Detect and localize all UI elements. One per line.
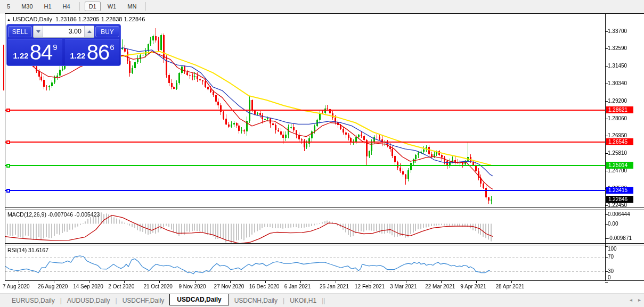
- price-tick-label: 1.29200: [608, 98, 627, 104]
- buy-price-pip: 6: [110, 43, 114, 52]
- chart-tab-usdcnh[interactable]: USDCNH,Daily: [229, 295, 283, 306]
- date-tick-label: 16 Dec 2020: [249, 284, 280, 289]
- price-line-label: 1.23415: [606, 187, 633, 194]
- timeframe-button-d1[interactable]: D1: [85, 2, 101, 11]
- tab-scroll-left-icon[interactable]: ◂: [630, 297, 632, 303]
- date-tick-label: 21 Oct 2020: [143, 284, 172, 289]
- date-tick-label: 7 Aug 2020: [3, 284, 30, 289]
- chart-tab-audusd[interactable]: AUDUSD,Daily: [62, 295, 116, 306]
- rsi-scale-label: 30: [608, 268, 614, 274]
- chart-bottom-border: [5, 280, 644, 281]
- price-tick-label: 1.33700: [608, 28, 627, 34]
- date-tick-label: 12 Feb 2021: [355, 284, 385, 289]
- rsi-splitter[interactable]: [5, 243, 644, 244]
- macd-scale-label: -0.009871: [608, 235, 632, 241]
- price-line-label: 1.28621: [606, 106, 633, 113]
- macd-top-border: [5, 210, 644, 210]
- timeframe-button-w1[interactable]: W1: [103, 2, 121, 11]
- macd-label: MACD(12,26,9) -0.007046 -0.005423: [7, 211, 100, 218]
- date-tick-label: 28 Apr 2021: [495, 284, 524, 289]
- chevron-down-icon: [36, 30, 40, 33]
- sell-button[interactable]: SELL: [8, 26, 32, 37]
- price-tick-label: 1.32590: [608, 45, 627, 51]
- trade-controls-row: SELL 3.00 BUY: [7, 24, 120, 38]
- volume-value[interactable]: 3.00: [43, 26, 84, 37]
- date-tick-label: 6 Jan 2021: [284, 284, 311, 289]
- date-tick-label: 9 Apr 2021: [460, 284, 486, 289]
- timeframe-button-h4[interactable]: H4: [59, 2, 75, 11]
- sell-price-button[interactable]: 1.22849: [8, 39, 62, 65]
- rsi-scale-label: 100: [608, 246, 617, 252]
- chart-symbol: USDCAD,Daily: [13, 16, 52, 22]
- price-tick-label: 1.31450: [608, 63, 627, 69]
- sell-price-big: 84: [30, 40, 53, 64]
- trade-prices-row: 1.22849 1.22866: [7, 38, 120, 67]
- price-tick-label: 1.26950: [608, 132, 627, 138]
- buy-price-base: 1.22: [70, 51, 85, 60]
- price-tick-label: 1.30340: [608, 80, 627, 86]
- price-line-label: 1.25014: [606, 162, 633, 169]
- timeframe-button-5[interactable]: 5: [3, 2, 14, 11]
- date-tick-label: 14 Sep 2020: [73, 284, 103, 289]
- date-tick-label: 9 Nov 2020: [179, 284, 206, 289]
- buy-button[interactable]: BUY: [95, 26, 119, 37]
- volume-increase-button[interactable]: [84, 26, 94, 37]
- price-line-label: 1.26545: [606, 138, 633, 145]
- macd-scale-label: 0.00: [608, 221, 618, 227]
- volume-stepper: 3.00: [33, 26, 94, 38]
- rsi-label: RSI(14) 31.6167: [7, 247, 48, 253]
- macd-scale-label: 0.006444: [608, 211, 630, 217]
- price-tick-label: 1.28060: [608, 115, 627, 121]
- sell-price-pip: 9: [53, 43, 57, 52]
- tab-scroll-arrows: ◂ ▸: [630, 297, 641, 303]
- date-tick-label: 26 Aug 2020: [38, 284, 68, 289]
- buy-price-button[interactable]: 1.22866: [65, 39, 119, 65]
- timeframe-button-mn[interactable]: MN: [123, 2, 141, 11]
- chart-top-border: [5, 13, 644, 14]
- rsi-scale-label: 0: [608, 275, 611, 280]
- chart-tab-usdchf[interactable]: USDCHF,Daily: [117, 295, 170, 306]
- timeframe-toolbar: 5M30H1H4D1W1MN: [0, 0, 644, 13]
- chart-tab-eurusd[interactable]: EURUSD,Daily: [6, 295, 60, 306]
- timeframe-button-h1[interactable]: H1: [40, 2, 56, 11]
- rsi-top-border: [5, 245, 644, 245]
- chart-left-border: [5, 13, 5, 281]
- volume-decrease-button[interactable]: [34, 26, 43, 37]
- date-tick-label: 22 Mar 2021: [425, 284, 455, 289]
- macd-splitter[interactable]: [5, 207, 644, 208]
- date-tick-label: 2 Oct 2020: [108, 284, 134, 289]
- price-line-label: 1.22846: [606, 196, 633, 203]
- toolbar-separator: [145, 2, 146, 11]
- buy-price-big: 86: [87, 40, 110, 64]
- tab-scroll-right-icon[interactable]: ▸: [638, 297, 641, 303]
- sell-price-base: 1.22: [13, 51, 28, 60]
- price-axis-separator: [605, 13, 606, 281]
- chart-tab-usdcad[interactable]: USDCAD,Daily: [169, 294, 229, 305]
- price-tick-label: 1.22450: [608, 202, 627, 208]
- timeframe-button-m30[interactable]: M30: [17, 2, 37, 11]
- chevron-up-icon: [87, 30, 92, 33]
- date-tick-label: 27 Nov 2020: [214, 284, 244, 289]
- chart-tab-bar: EURUSD,Daily|AUDUSD,Daily|USDCHF,DailyUS…: [0, 294, 644, 307]
- one-click-trading-panel: SELL 3.00 BUY 1.22849 1.22866: [6, 24, 121, 66]
- date-tick-label: 25 Jan 2021: [320, 284, 349, 289]
- collapse-triangle-icon: ▲: [7, 18, 11, 21]
- chart-ohlc-values: 1.23186 1.23205 1.22838 1.22846: [55, 16, 145, 22]
- date-tick-label: 3 Mar 2021: [390, 284, 417, 289]
- tab-separator: |: [323, 297, 325, 304]
- chart-tab-ukoil[interactable]: UKOil,H1: [284, 295, 322, 306]
- toolbar-separator: [79, 2, 80, 11]
- price-tick-label: 1.25810: [608, 150, 627, 156]
- rsi-scale-label: 70: [608, 254, 614, 260]
- chart-title: ▲USDCAD,Daily 1.23186 1.23205 1.22838 1.…: [7, 16, 145, 22]
